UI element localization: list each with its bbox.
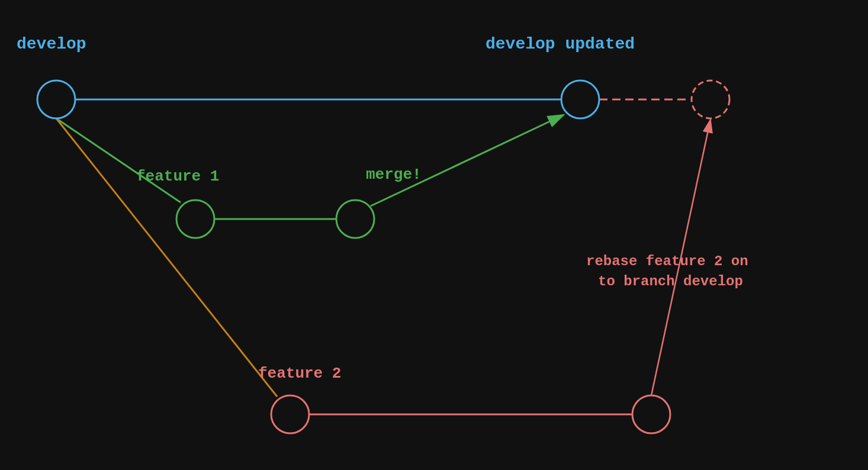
rebase-label-line1: rebase feature 2 on <box>586 253 748 269</box>
feature1-merge-line <box>371 115 564 206</box>
merge-label: merge! <box>366 166 422 184</box>
rebase-label-line2: to branch develop <box>598 273 743 289</box>
develop-node <box>37 81 75 118</box>
feature2-label: feature 2 <box>258 365 341 382</box>
develop-updated-label: develop updated <box>486 35 635 53</box>
develop-label: develop <box>17 35 86 53</box>
develop-to-feature2-orange <box>56 118 277 397</box>
feature1-node1 <box>176 200 214 238</box>
develop-updated-node <box>561 81 599 118</box>
feature2-node1 <box>271 395 309 433</box>
feature2-node2 <box>632 395 670 433</box>
feature1-node2 <box>336 200 374 238</box>
feature1-label: feature 1 <box>136 168 219 185</box>
develop-to-feature1 <box>56 118 181 202</box>
rebased-node <box>692 81 729 118</box>
